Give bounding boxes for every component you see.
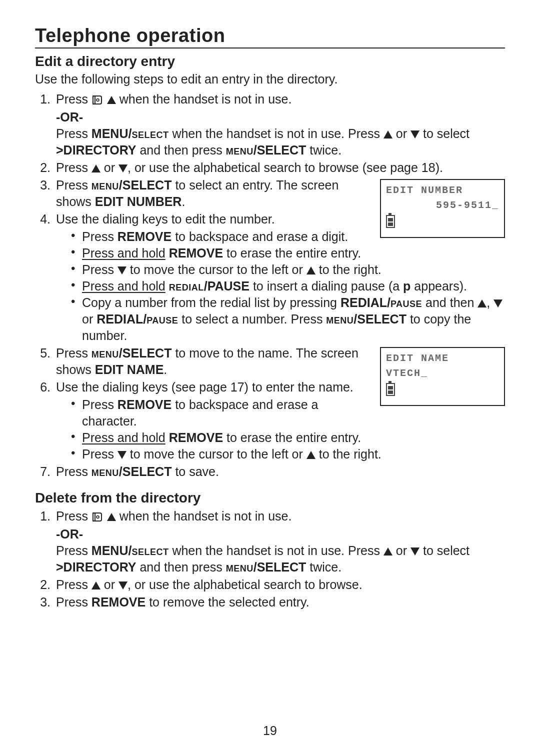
key-label: REDIAL/ [96, 312, 146, 326]
directory-label: >DIRECTORY [56, 143, 136, 157]
up-arrow-icon [384, 548, 392, 556]
text: Press [82, 262, 118, 276]
text: or [392, 544, 410, 558]
key-label: /SELECT [354, 312, 406, 326]
lcd-line-1: EDIT NUMBER [386, 183, 499, 198]
edit-step-2: Press or , or use the alphabetical searc… [54, 160, 505, 176]
text: and then press [136, 560, 226, 574]
up-arrow-icon [384, 130, 392, 138]
text: Press [56, 126, 92, 140]
manual-page: Telephone operation Edit a directory ent… [0, 0, 540, 756]
text: Press [56, 578, 92, 592]
text: Use the dialing keys (see page 17) to en… [56, 380, 354, 394]
or-label: -OR- [56, 526, 505, 542]
delete-steps: Press when the handset is not in use. -O… [35, 508, 505, 610]
text: Use the dialing keys to edit the number. [56, 212, 275, 226]
delete-heading: Delete from the directory [35, 490, 505, 506]
text: Press [56, 346, 92, 360]
text: Press [82, 398, 118, 412]
list-item: Press to move the cursor to the left or … [71, 262, 505, 278]
text: when the handset is not in use. Press [168, 126, 383, 140]
edit-step-4-sub: Press REMOVE to backspace and erase a di… [56, 228, 505, 344]
key-label: REDIAL/ [340, 296, 390, 310]
text: , or use the alphabetical search to brow… [128, 578, 362, 592]
delete-step-1: Press when the handset is not in use. -O… [54, 508, 505, 576]
text: to insert a dialing pause (a [250, 279, 403, 293]
text: Press [56, 509, 92, 523]
text: to erase the entire entry. [223, 246, 361, 260]
text: when the handset is not in use. Press [168, 544, 383, 558]
down-arrow-icon [118, 582, 128, 590]
key-label: menu [92, 346, 119, 360]
or-label: -OR- [56, 109, 505, 126]
text [166, 430, 169, 444]
text: . [164, 362, 167, 376]
text: . [182, 194, 185, 208]
text: Copy a number from the redial list by pr… [82, 296, 340, 310]
text: when the handset is not in use. [116, 509, 292, 523]
directory-label: >DIRECTORY [56, 560, 136, 574]
text: to the right. [316, 447, 382, 461]
text: to the right. [316, 262, 382, 276]
list-item: Copy a number from the redial list by pr… [71, 294, 505, 344]
text: Press [56, 160, 92, 174]
key-label: REMOVE [118, 398, 172, 412]
text: when the handset is not in use. [116, 92, 292, 106]
text [166, 246, 169, 260]
edit-intro: Use the following steps to edit an entry… [35, 72, 505, 87]
screen-label: EDIT NUMBER [95, 194, 182, 208]
up-arrow-icon [478, 300, 486, 308]
key-label: REMOVE [169, 430, 223, 444]
lcd-line-1: EDIT NAME [386, 351, 499, 366]
phonebook-icon [92, 510, 104, 526]
key-label: select [132, 544, 168, 558]
text: Press [56, 92, 92, 106]
key-label: /PAUSE [204, 279, 250, 293]
screen-label: EDIT NAME [95, 362, 164, 376]
key-label: menu [226, 143, 254, 157]
section-title: Telephone operation [35, 25, 505, 48]
text: to remove the selected entry. [146, 595, 309, 609]
edit-step-6-sub: Press REMOVE to backspace and erase a ch… [56, 396, 505, 462]
text: to backspace and erase a digit. [172, 230, 348, 244]
key-label: MENU/ [92, 126, 132, 140]
text: Press [82, 447, 118, 461]
key-label: redial [169, 279, 204, 293]
text: twice. [306, 560, 342, 574]
text: to erase the entire entry. [223, 430, 361, 444]
key-label: /SELECT [254, 143, 306, 157]
text: Press and hold [82, 430, 166, 444]
text: Press [56, 178, 92, 192]
text: or [82, 312, 96, 326]
text [166, 279, 169, 293]
delete-step-3: Press REMOVE to remove the selected entr… [54, 594, 505, 610]
key-label: menu [92, 464, 119, 478]
down-arrow-icon [118, 266, 126, 274]
list-item: Press and hold REMOVE to erase the entir… [71, 245, 505, 262]
text: Press [82, 230, 118, 244]
key-label: menu [92, 178, 119, 192]
phonebook-icon [92, 92, 104, 109]
key-label: MENU/ [92, 544, 132, 558]
key-label: REMOVE [118, 230, 172, 244]
text: to move the cursor to the left or [126, 447, 306, 461]
text: or [100, 578, 118, 592]
text: to select [420, 544, 470, 558]
down-arrow-icon [410, 130, 420, 138]
up-arrow-icon [306, 451, 316, 459]
text: to save. [172, 464, 219, 478]
lcd-line-2: 595-9511_ [386, 198, 499, 213]
text: twice. [306, 143, 342, 157]
down-arrow-icon [118, 451, 126, 459]
lcd-line-2: VTECH_ [386, 366, 499, 381]
text: Press [56, 595, 92, 609]
text: to move the cursor to the left or [126, 262, 306, 276]
text: Press and hold [82, 246, 166, 260]
battery-icon [386, 215, 395, 228]
list-item: Press and hold REMOVE to erase the entir… [71, 430, 505, 446]
up-arrow-icon [107, 513, 116, 521]
text: Press [56, 544, 92, 558]
battery-icon [386, 383, 395, 396]
key-label: menu [226, 560, 254, 574]
key-label: /SELECT [119, 178, 172, 192]
